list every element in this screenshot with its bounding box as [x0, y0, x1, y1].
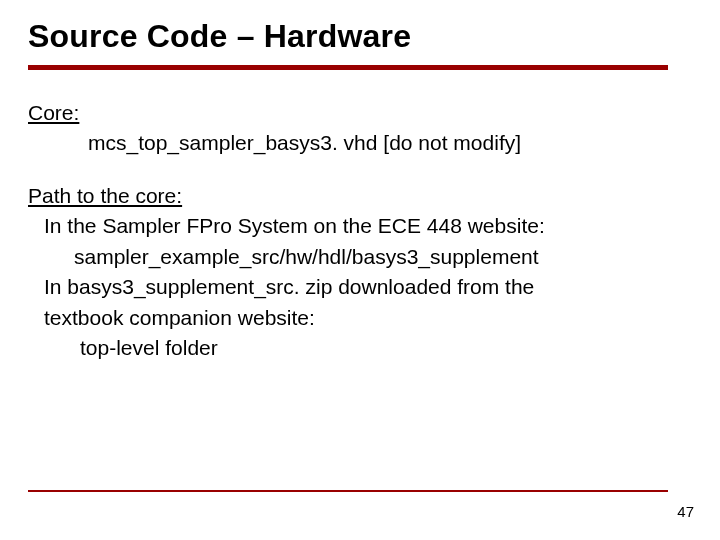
page-number: 47	[677, 503, 694, 520]
slide: Source Code – Hardware Core: mcs_top_sam…	[0, 0, 720, 540]
path-line-1: In the Sampler FPro System on the ECE 44…	[28, 211, 692, 241]
core-heading: Core:	[28, 98, 692, 128]
core-file: mcs_top_sampler_basys3. vhd [do not modi…	[28, 128, 692, 158]
title-rule	[28, 65, 668, 70]
spacer	[28, 159, 692, 181]
slide-title: Source Code – Hardware	[28, 18, 692, 55]
path-line-2b: textbook companion website:	[28, 303, 692, 333]
path-line-2-value: top-level folder	[28, 333, 692, 363]
slide-body: Core: mcs_top_sampler_basys3. vhd [do no…	[28, 98, 692, 364]
path-line-2a: In basys3_supplement_src. zip downloaded…	[28, 272, 692, 302]
path-line-1-value: sampler_example_src/hw/hdl/basys3_supple…	[28, 242, 692, 272]
path-heading: Path to the core:	[28, 181, 692, 211]
footer-rule	[28, 490, 668, 492]
